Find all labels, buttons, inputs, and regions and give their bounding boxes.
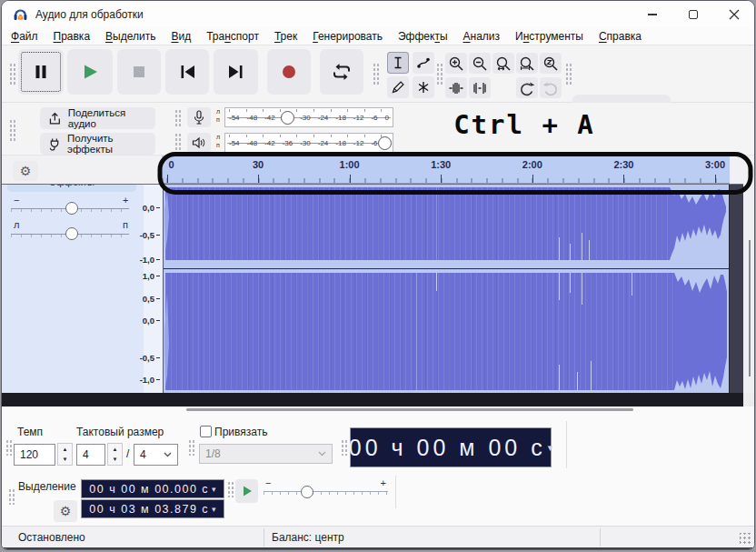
menu-item-2[interactable]: Выделить <box>105 30 155 43</box>
menu-item-5[interactable]: Трек <box>274 30 297 43</box>
minimize-button[interactable] <box>632 1 672 28</box>
transport-toolbar-grip-right[interactable] <box>373 63 380 86</box>
speed-slider-ticks <box>264 492 388 495</box>
playback-meter-speaker-button[interactable] <box>187 133 211 153</box>
vertical-scale-ruler[interactable]: 0,0-0,5-1,01,00,50,0-0,5-1,0 <box>144 185 164 394</box>
zoom-selection-button[interactable] <box>492 53 514 74</box>
time-toolbar-grip[interactable] <box>341 439 348 456</box>
selection-options-button[interactable]: ⚙ <box>54 500 77 522</box>
vertical-scrollbar[interactable] <box>743 184 755 393</box>
time-ruler[interactable]: 0301:001:302:002:303:00 <box>162 156 730 184</box>
play-at-speed-grip[interactable] <box>227 481 234 497</box>
get-effects-button[interactable]: Получить эффекты <box>40 133 155 155</box>
edit-toolbar-grip[interactable] <box>565 63 572 86</box>
gear-icon: ⚙ <box>60 504 72 518</box>
multi-tool-button[interactable] <box>413 76 434 98</box>
pan-slider-thumb[interactable] <box>65 227 78 240</box>
waveform-streak <box>570 244 571 260</box>
speaker-small-icon <box>192 136 206 149</box>
playback-meter-grip[interactable] <box>174 133 182 151</box>
share-audio-button[interactable]: Поделиться аудио <box>40 107 155 129</box>
horizontal-scrollbar-thumb[interactable] <box>186 408 633 411</box>
shortcut-annotation: Ctrl + A <box>415 109 633 140</box>
pause-button[interactable] <box>18 49 64 95</box>
menu-item-8[interactable]: Анализ <box>463 30 501 43</box>
record-volume-knob[interactable] <box>281 111 294 125</box>
skip-to-end-button[interactable] <box>214 49 258 95</box>
track-control-panel[interactable]: Эффекты − + л п <box>2 185 144 394</box>
menu-item-4[interactable]: Транспорт <box>206 30 259 43</box>
beats-spinner[interactable]: ▲▼ <box>107 443 123 466</box>
menu-item-10[interactable]: Справка <box>599 30 642 43</box>
vertical-scrollbar-thumb[interactable] <box>749 240 751 376</box>
share-icon <box>48 112 62 125</box>
track-effects-button[interactable]: Эффекты <box>7 185 136 192</box>
snapping-toolbar-grip[interactable] <box>188 439 195 456</box>
meter-scale-value: -30 <box>300 114 311 122</box>
zoom-toggle-button[interactable] <box>540 53 562 74</box>
playback-volume-knob[interactable] <box>378 136 392 150</box>
loop-button[interactable] <box>320 49 363 95</box>
menu-item-9[interactable]: Инструменты <box>515 30 583 43</box>
snap-interval-select[interactable]: 1/8 <box>199 444 333 464</box>
selection-start-display[interactable]: 00 ч 00 м 00.000 с ▾ <box>81 479 224 498</box>
playback-meter[interactable]: -54-48-42-36-30-24-18-12-60 <box>224 133 393 153</box>
tempo-spinner[interactable]: ▲▼ <box>57 443 73 466</box>
meter-scale-value: -24 <box>318 114 329 122</box>
snap-checkbox[interactable] <box>200 426 212 437</box>
stop-button[interactable] <box>117 49 161 95</box>
tools-toolbar-grip[interactable] <box>436 63 443 86</box>
plug-icon <box>48 137 61 151</box>
record-button[interactable] <box>267 49 311 95</box>
playback-speed-slider[interactable]: − + <box>264 477 388 503</box>
close-button[interactable] <box>713 1 754 28</box>
time-signature-toolbar-grip[interactable] <box>5 439 13 456</box>
record-meter[interactable]: -54-48-42-36-30-24-18-12-60 <box>224 107 393 127</box>
menu-item-0[interactable]: Файл <box>11 30 38 43</box>
menu-item-1[interactable]: Правка <box>54 30 91 43</box>
zoom-in-button[interactable] <box>445 53 467 74</box>
toolbar-divider <box>566 421 567 468</box>
selection-toolbar-grip[interactable] <box>8 488 15 505</box>
redo-button[interactable] <box>540 77 562 98</box>
tempo-input[interactable]: 120 <box>14 444 55 466</box>
menu-item-6[interactable]: Генерировать <box>313 30 383 43</box>
record-meter-grip[interactable] <box>174 109 182 127</box>
speed-slider-thumb[interactable] <box>301 486 313 498</box>
trim-audio-button[interactable] <box>445 77 467 98</box>
resize-grip[interactable] <box>740 533 751 545</box>
silence-audio-button[interactable] <box>469 77 491 98</box>
play-at-speed-button[interactable] <box>235 479 258 503</box>
play-at-speed-icon <box>241 485 254 497</box>
transport-toolbar-grip[interactable] <box>9 63 16 86</box>
beats-up-icon[interactable]: ▲ <box>108 444 122 455</box>
maximize-button[interactable] <box>672 1 713 28</box>
gain-slider-thumb[interactable] <box>65 202 78 215</box>
timeline-options-button[interactable]: ⚙ <box>13 161 38 181</box>
fit-project-button[interactable] <box>516 53 538 74</box>
play-button[interactable] <box>67 49 113 95</box>
skip-to-start-button[interactable] <box>165 49 209 95</box>
tempo-down-icon[interactable]: ▼ <box>58 455 72 466</box>
undo-button[interactable] <box>516 77 538 98</box>
envelope-tool-button[interactable] <box>413 52 434 74</box>
ruler-label-1:00: 1:00 <box>340 159 360 170</box>
meter-scale-value: -6 <box>371 114 377 122</box>
titlebar: Аудио для обработки <box>2 1 754 28</box>
menu-item-3[interactable]: Вид <box>171 30 191 43</box>
waveform-region[interactable] <box>164 185 729 394</box>
selection-tool-button[interactable] <box>387 52 409 74</box>
selection-end-display[interactable]: 00 ч 03 м 03.879 с ▾ <box>81 499 224 518</box>
record-meter-mic-button[interactable] <box>187 107 211 127</box>
beat-unit-select[interactable]: 4 <box>134 444 178 466</box>
zoom-out-button[interactable] <box>469 53 491 74</box>
tempo-up-icon[interactable]: ▲ <box>58 444 72 455</box>
beats-down-icon[interactable]: ▼ <box>108 455 122 466</box>
meter-scale-value: -42 <box>264 139 275 147</box>
draw-tool-button[interactable] <box>387 76 409 98</box>
audio-position-display[interactable]: 00 ч 00 м 00 с ▾ <box>350 427 552 467</box>
beats-per-measure-input[interactable]: 4 <box>76 444 105 466</box>
share-toolbar-grip[interactable] <box>9 119 16 143</box>
meter-scale-value: -12 <box>353 139 364 147</box>
menu-item-7[interactable]: Эффекты <box>398 30 448 43</box>
